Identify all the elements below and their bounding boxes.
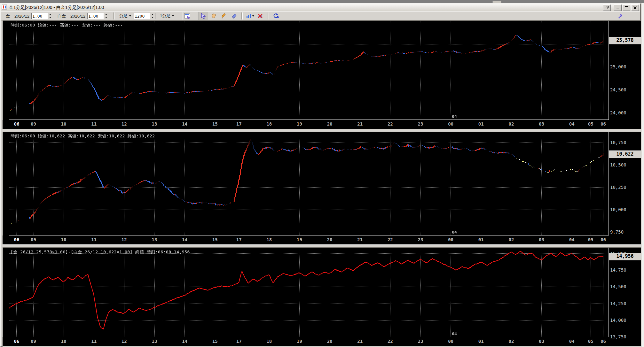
wrench-settings-button[interactable]	[617, 13, 625, 20]
x-axis-gold: 0609101112131415171819202122230001020304…	[3, 120, 641, 129]
platinum-month-label: 2026/12	[70, 14, 85, 19]
x-tick-label: 14	[182, 339, 187, 344]
x-tick-label: 19	[297, 339, 302, 344]
toolbar-separator	[195, 12, 196, 19]
x-tick-label: 21	[357, 339, 363, 344]
gold-ratio-input[interactable]	[31, 13, 47, 19]
gold-ratio-up-button[interactable]	[47, 13, 53, 16]
plot-right-border	[609, 21, 609, 337]
refresh-button[interactable]: R	[271, 12, 281, 20]
chart-delete-button[interactable]	[255, 12, 265, 20]
platinum-ratio-up-button[interactable]	[103, 13, 109, 16]
platinum-ratio-down-button[interactable]	[103, 16, 109, 19]
cursor-icon	[200, 13, 206, 19]
minimize-button[interactable]	[614, 4, 622, 11]
platinum-label: 白金	[58, 13, 66, 19]
x-tick-label: 22	[388, 121, 393, 127]
toolbar-separator	[241, 12, 243, 19]
y-tick-label: 14,500	[610, 284, 626, 289]
chart-style-button[interactable]	[245, 12, 255, 20]
x-tick-label: 12	[122, 237, 127, 242]
window-title: 金1分足[2026/12]1.00 - 白金1分足[2026/12]1.00	[9, 5, 104, 11]
platinum-ratio-stepper	[87, 13, 109, 19]
x-tick-label: 04	[569, 237, 575, 242]
x-tick-label: 10	[61, 121, 67, 127]
chart-settings-button[interactable]	[183, 12, 192, 20]
window-resize-strip	[641, 3, 644, 347]
eraser-button[interactable]	[229, 12, 239, 20]
platinum-ratio-input[interactable]	[87, 13, 103, 19]
x-tick-label: 10	[61, 237, 67, 242]
x-tick-label: 02	[508, 339, 514, 344]
x-tick-label: 18	[266, 339, 272, 344]
chevron-down-icon	[252, 15, 254, 17]
gold-ratio-stepper	[31, 13, 53, 19]
x-tick-label: 05	[588, 121, 593, 127]
interval-dropdown[interactable]: 1分足	[159, 12, 175, 19]
x-tick-label: 06	[601, 121, 606, 127]
pencil-draw-button[interactable]	[219, 12, 229, 20]
y-tick-label: 10,000	[610, 207, 626, 212]
x-tick-label: 06	[601, 237, 606, 242]
bar-count-input[interactable]	[134, 13, 150, 19]
x-tick-label: 21	[357, 237, 363, 242]
panel-splitter[interactable]	[3, 129, 641, 132]
x-tick-label: 13	[152, 237, 157, 242]
maximize-button[interactable]	[623, 4, 630, 11]
x-tick-label: 15	[212, 237, 218, 242]
chart-canvas-1[interactable]	[9, 21, 609, 120]
x-tick-label: 00	[448, 121, 453, 127]
x-tick-label: 03	[539, 237, 544, 242]
parent-window-strip	[0, 0, 644, 3]
y-tick-label: 10,250	[610, 185, 626, 190]
chevron-down-icon	[129, 15, 131, 17]
x-tick-label: 22	[388, 237, 393, 242]
chart-canvas-3[interactable]	[9, 248, 609, 337]
x-tick-label: 05	[588, 339, 593, 344]
date-change-label: 04	[452, 230, 457, 235]
bar-type-dropdown[interactable]: 分足	[118, 12, 132, 19]
x-tick-label: 01	[478, 339, 484, 344]
x-tick-label: 10	[61, 339, 67, 344]
toolbar-separator	[179, 12, 180, 19]
y-tick-label: 24,000	[610, 110, 626, 115]
pencil-icon	[221, 13, 227, 19]
chart-canvas-2[interactable]	[9, 132, 609, 235]
x-tick-label: 17	[236, 237, 242, 242]
x-tick-label: 20	[327, 121, 333, 127]
gold-ratio-down-button[interactable]	[47, 16, 53, 19]
current-price-box-gold: 25,578	[609, 37, 641, 44]
x-tick-label: 09	[31, 121, 36, 127]
x-tick-label: 00	[448, 237, 453, 242]
svg-text:R: R	[277, 15, 279, 19]
title-bar[interactable]: 金1分足[2026/12]1.00 - 白金1分足[2026/12]1.00	[1, 4, 640, 12]
close-button[interactable]	[631, 4, 639, 11]
x-tick-label: 04	[569, 121, 575, 127]
bar-count-down-button[interactable]	[150, 16, 155, 19]
x-tick-label: 04	[569, 339, 575, 344]
x-tick-label: 06	[14, 121, 19, 127]
x-tick-label: 11	[91, 121, 97, 127]
hand-icon	[211, 13, 216, 19]
x-tick-label: 18	[266, 237, 272, 242]
bar-count-stepper	[134, 13, 155, 19]
date-change-label: 04	[452, 114, 457, 119]
current-price-box-platinum: 10,622	[609, 150, 641, 158]
x-tick-label: 15	[212, 121, 218, 127]
float-window-button[interactable]	[603, 4, 611, 11]
hand-pan-button[interactable]	[209, 12, 218, 20]
x-tick-label: 03	[539, 121, 544, 127]
x-tick-label: 23	[418, 339, 423, 344]
x-tick-label: 20	[327, 237, 333, 242]
toolbar-separator	[113, 12, 114, 19]
cursor-tool-button[interactable]	[199, 12, 208, 20]
chart-settings-icon	[184, 13, 191, 19]
chart-delete-icon	[257, 13, 263, 19]
x-tick-label: 02	[508, 237, 514, 242]
x-tick-label: 01	[478, 121, 484, 127]
x-axis-platinum: 0609101112131415171819202122230001020304…	[3, 235, 641, 244]
panel-splitter[interactable]	[3, 244, 641, 248]
y-tick-label: 10,750	[610, 140, 626, 145]
y-tick-label: 14,250	[610, 301, 626, 306]
bar-count-up-button[interactable]	[150, 13, 155, 16]
